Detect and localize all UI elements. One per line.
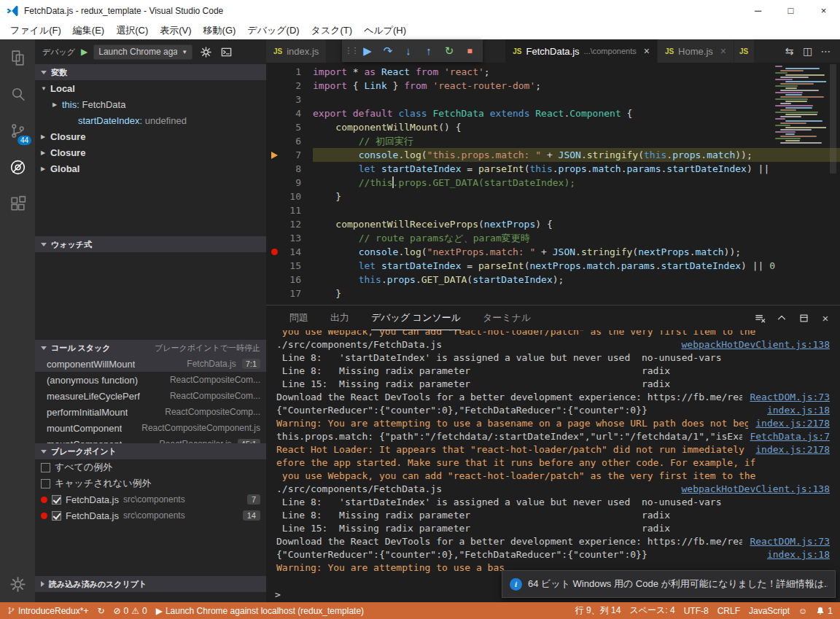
console-source-link[interactable]: ReactDOM.js:73: [750, 391, 830, 404]
variable-row[interactable]: ▶Closure: [35, 128, 266, 144]
code-text[interactable]: [313, 93, 840, 106]
activity-debug-button[interactable]: [0, 149, 35, 185]
breakpoint-margin[interactable]: [266, 148, 282, 162]
variable-row[interactable]: startDateIndex: undefined: [35, 112, 266, 128]
activity-extensions-button[interactable]: [0, 185, 35, 222]
maximize-panel-icon[interactable]: [774, 311, 789, 325]
cursor-position-indicator[interactable]: 行 9、列 14: [571, 602, 626, 619]
activity-source-control-button[interactable]: 44: [0, 112, 35, 149]
git-branch-indicator[interactable]: IntroduceRedux*+: [3, 602, 93, 619]
tab-close-icon[interactable]: ×: [720, 45, 726, 57]
notifications-bell[interactable]: 1: [812, 602, 837, 619]
indentation-indicator[interactable]: スペース: 4: [625, 602, 679, 619]
breakpoint-row[interactable]: すべての例外: [35, 459, 266, 475]
editor-tab[interactable]: JSHome.js×: [658, 39, 734, 63]
restart-button[interactable]: ↻: [440, 42, 459, 61]
code-text[interactable]: }: [313, 287, 840, 300]
feedback-smiley[interactable]: ☺: [794, 602, 812, 619]
console-source-link[interactable]: webpackHotDevClient.js:138: [682, 483, 831, 496]
maximize-button[interactable]: □: [774, 0, 807, 21]
breakpoint-checkbox[interactable]: [41, 463, 50, 472]
breakpoint-margin[interactable]: [266, 176, 282, 190]
activity-search-button[interactable]: [0, 76, 35, 112]
console-source-link[interactable]: ReactDOM.js:73: [750, 535, 830, 548]
open-changes-icon[interactable]: ⇆: [781, 43, 798, 60]
variables-section-header[interactable]: 変数: [35, 64, 266, 80]
console-source-link[interactable]: index.js:18: [767, 404, 830, 417]
breakpoint-margin[interactable]: [266, 79, 282, 93]
breakpoint-margin[interactable]: [266, 231, 282, 245]
step-over-button[interactable]: ↷: [378, 42, 397, 61]
start-debug-button[interactable]: ▶: [81, 47, 88, 57]
close-button[interactable]: ×: [807, 0, 840, 21]
breakpoint-margin[interactable]: [266, 217, 282, 231]
minimap[interactable]: [774, 66, 826, 299]
step-into-button[interactable]: ↓: [399, 42, 418, 61]
call-stack-section-header[interactable]: コール スタック ブレークポイントで一時停止: [35, 340, 266, 356]
close-panel-icon[interactable]: ×: [818, 311, 833, 325]
code-text[interactable]: this.props.GET_DATA(startDateIndex);: [313, 273, 840, 287]
eol-indicator[interactable]: CRLF: [713, 602, 744, 619]
breakpoint-margin[interactable]: [266, 134, 282, 148]
breakpoint-margin[interactable]: [266, 65, 282, 79]
breakpoint-margin[interactable]: [266, 273, 282, 287]
breakpoint-margin[interactable]: [266, 245, 282, 259]
variable-row[interactable]: ▶Global: [35, 160, 266, 176]
clear-console-icon[interactable]: [752, 311, 767, 325]
breakpoint-margin[interactable]: [266, 203, 282, 217]
breakpoint-checkbox[interactable]: [41, 479, 50, 488]
call-stack-frame[interactable]: measureLifeCyclePerfReactCompositeCom...: [35, 388, 266, 404]
menu-item[interactable]: 移動(G): [198, 21, 242, 39]
menu-item[interactable]: 表示(V): [154, 21, 197, 39]
activity-explorer-button[interactable]: [0, 39, 35, 76]
continue-button[interactable]: ▶: [358, 42, 377, 61]
code-text[interactable]: console.log("nextProps.match: " + JSON.s…: [313, 245, 840, 259]
minimize-button[interactable]: ─: [742, 0, 774, 21]
debug-launch-indicator[interactable]: ▶ Launch Chrome against localhost (redux…: [152, 602, 368, 619]
more-actions-icon[interactable]: ⋯: [817, 43, 834, 60]
breakpoint-row[interactable]: FetchData.jssrc\components7: [35, 491, 266, 507]
breakpoint-row[interactable]: FetchData.jssrc\components14: [35, 507, 266, 523]
code-text[interactable]: //this.props.GET_DATA(startDateIndex);: [313, 176, 840, 190]
code-text[interactable]: [313, 203, 840, 217]
breakpoint-margin[interactable]: [266, 93, 282, 106]
breakpoint-checkbox[interactable]: [52, 511, 61, 521]
code-text[interactable]: let startDateIndex = parseInt(nextProps.…: [313, 259, 840, 273]
console-source-link[interactable]: index.js:2178: [755, 443, 830, 456]
split-editor-icon[interactable]: ◫: [799, 43, 816, 60]
call-stack-frame[interactable]: performInitialMountReactCompositeComp...: [35, 404, 266, 420]
menu-item[interactable]: ヘルプ(H): [358, 21, 412, 39]
code-text[interactable]: }: [313, 190, 840, 203]
code-text[interactable]: componentWillMount() {: [313, 120, 840, 134]
panel-tab[interactable]: 出力: [330, 305, 349, 330]
panel-tab[interactable]: 問題: [289, 305, 308, 330]
notification-toast[interactable]: i 64 ビット Windows 用の Code が利用可能になりました！詳細情…: [502, 570, 836, 598]
code-text[interactable]: componentWillReceiveProps(nextProps) {: [313, 217, 840, 231]
breakpoint-margin[interactable]: [266, 287, 282, 300]
menu-item[interactable]: ファイル(F): [4, 21, 67, 39]
loaded-scripts-section-header[interactable]: 読み込み済みのスクリプト: [35, 576, 266, 592]
problems-indicator[interactable]: ⊘ 0 ⚠ 0: [109, 602, 151, 619]
breakpoint-margin[interactable]: [266, 259, 282, 273]
editor-tab[interactable]: JS: [734, 39, 755, 63]
variable-row[interactable]: ▶Closure: [35, 144, 266, 160]
variable-row[interactable]: ▼Local: [35, 80, 266, 96]
sync-button[interactable]: ↻: [93, 602, 109, 619]
console-source-link[interactable]: index.js:2178: [755, 417, 830, 430]
watch-section-header[interactable]: ウォッチ式: [35, 236, 266, 252]
menu-item[interactable]: タスク(T): [306, 21, 359, 39]
code-text[interactable]: import * as React from 'react';: [313, 65, 840, 79]
stop-button[interactable]: ■: [460, 42, 479, 61]
call-stack-frame[interactable]: mountComponentReactCompositeComponent.js: [35, 420, 266, 436]
breakpoints-section-header[interactable]: ブレークポイント: [35, 443, 266, 459]
code-text[interactable]: let startDateIndex = parseInt(this.props…: [313, 162, 840, 176]
editor-tab[interactable]: JSFetchData.js...\components×: [505, 39, 658, 63]
breakpoint-margin[interactable]: [266, 106, 282, 120]
language-mode-indicator[interactable]: JavaScript: [744, 602, 794, 619]
panel-tab[interactable]: ターミナル: [483, 305, 531, 330]
console-source-link[interactable]: FetchData.js:7: [750, 430, 830, 443]
breakpoint-checkbox[interactable]: [52, 495, 61, 505]
debug-console-toggle-button[interactable]: [219, 44, 233, 59]
code-text[interactable]: // 初回実行: [313, 134, 840, 148]
debug-config-dropdown[interactable]: Launch Chrome agair ▼: [93, 44, 192, 60]
